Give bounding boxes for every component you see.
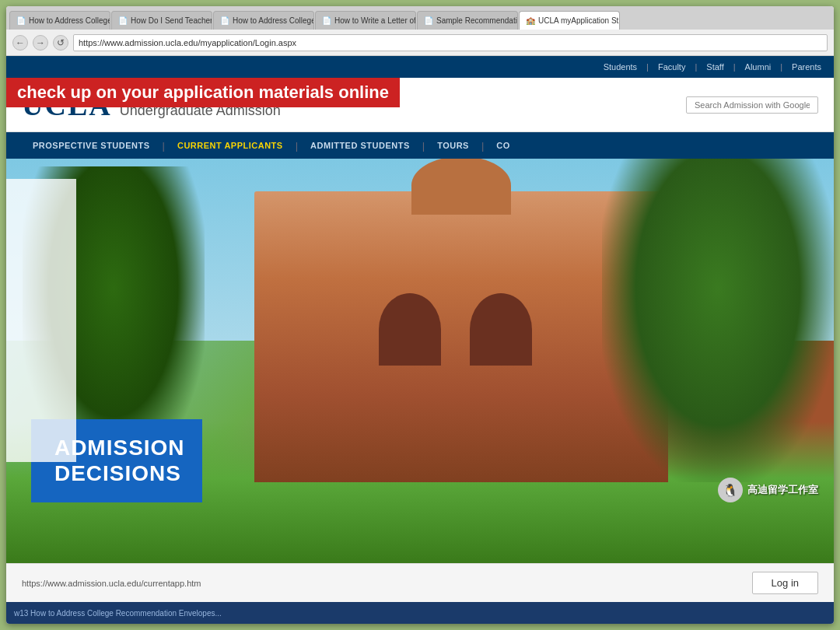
nav-sep-1: | <box>646 62 649 72</box>
tab-2-favicon: 📄 <box>118 16 128 26</box>
outer-frame: 📄 How to Address College... ✕ 📄 How Do I… <box>0 0 840 630</box>
login-button[interactable]: Log in <box>752 572 818 594</box>
tabs-bar: 📄 How to Address College... ✕ 📄 How Do I… <box>6 6 834 30</box>
tab-5-favicon: 📄 <box>424 16 433 26</box>
search-input[interactable] <box>686 96 818 114</box>
nav-sep-3: | <box>733 62 736 72</box>
tab-1-favicon: 📄 <box>16 16 26 26</box>
admission-title-line2: DECISIONS <box>54 460 179 487</box>
page-content: check up on your application materials o… <box>6 56 834 624</box>
nav-faculty[interactable]: Faculty <box>658 62 685 72</box>
nav-admitted-students[interactable]: ADMITTED STUDENTS <box>299 132 421 159</box>
hero-area: ADMISSION DECISIONS 🐧 高迪留学工作室 <box>6 159 834 563</box>
watermark-text: 高迪留学工作室 <box>747 483 818 497</box>
taskbar-info-text: w13 How to Address College Recommendatio… <box>14 609 222 618</box>
main-nav-sep-4: | <box>480 140 485 152</box>
nav-staff[interactable]: Staff <box>706 62 723 72</box>
refresh-button[interactable]: ↺ <box>53 35 68 51</box>
status-url-text: https://www.admission.ucla.edu/currentap… <box>22 579 201 588</box>
nav-more[interactable]: CO <box>485 132 521 159</box>
tab-6-favicon: 🏫 <box>526 16 535 26</box>
tab-5[interactable]: 📄 Sample Recommendatio... ✕ <box>417 11 518 30</box>
browser-window: 📄 How to Address College... ✕ 📄 How Do I… <box>6 6 834 624</box>
tab-2-label: How Do I Send Teacher... <box>131 16 212 25</box>
nav-parents[interactable]: Parents <box>792 62 821 72</box>
tab-1-label: How to Address College... <box>29 16 110 25</box>
nav-alumni[interactable]: Alumni <box>745 62 772 72</box>
white-card-overlay <box>6 179 76 462</box>
nav-students[interactable]: Students <box>604 62 637 72</box>
arch-window-1 <box>379 293 441 366</box>
tab-4-favicon: 📄 <box>322 16 331 26</box>
tab-5-label: Sample Recommendatio... <box>436 16 518 25</box>
tab-2[interactable]: 📄 How Do I Send Teacher... ✕ <box>111 11 212 30</box>
arch-window-2 <box>470 293 532 366</box>
nav-sep-4: | <box>780 62 782 72</box>
ucla-top-nav: Students | Faculty | Staff | Alumni | Pa… <box>6 56 834 78</box>
forward-button[interactable]: → <box>33 35 48 51</box>
nav-current-applicants[interactable]: CURRENT APPLICANTS <box>166 132 294 159</box>
tree-right <box>602 159 834 482</box>
annotation-text: check up on your application materials o… <box>17 82 389 102</box>
main-nav: PROSPECTIVE STUDENTS | CURRENT APPLICANT… <box>6 132 834 159</box>
watermark: 🐧 高迪留学工作室 <box>718 478 818 502</box>
watermark-emoji: 🐧 <box>723 483 738 498</box>
building-dome <box>411 159 511 215</box>
tab-6-active[interactable]: 🏫 UCLA myApplication Sta... ✕ <box>519 11 620 30</box>
tab-3-label: How to Address College... <box>233 16 314 25</box>
nav-sep-2: | <box>695 62 697 72</box>
tab-1[interactable]: 📄 How to Address College... ✕ <box>9 11 110 30</box>
tab-4-label: How to Write a Letter of... <box>334 16 416 25</box>
hero-background: ADMISSION DECISIONS <box>6 159 834 563</box>
tab-6-label: UCLA myApplication Sta... <box>538 16 620 25</box>
address-bar: ← → ↺ <box>6 30 834 56</box>
main-nav-sep-1: | <box>161 140 166 152</box>
annotation-banner: check up on your application materials o… <box>6 78 400 107</box>
main-nav-sep-2: | <box>294 140 299 152</box>
back-button[interactable]: ← <box>12 35 28 51</box>
tab-3[interactable]: 📄 How to Address College... ✕ <box>213 11 314 30</box>
main-nav-sep-3: | <box>421 140 426 152</box>
address-input[interactable] <box>73 34 828 51</box>
watermark-icon: 🐧 <box>718 478 743 502</box>
tab-3-favicon: 📄 <box>220 16 229 26</box>
bottom-bar: https://www.admission.ucla.edu/currentap… <box>6 563 834 602</box>
info-bar: w13 How to Address College Recommendatio… <box>6 602 834 624</box>
nav-prospective-students[interactable]: PROSPECTIVE STUDENTS <box>22 132 161 159</box>
tab-4[interactable]: 📄 How to Write a Letter of... ✕ <box>315 11 416 30</box>
nav-tours[interactable]: TOURS <box>426 132 480 159</box>
